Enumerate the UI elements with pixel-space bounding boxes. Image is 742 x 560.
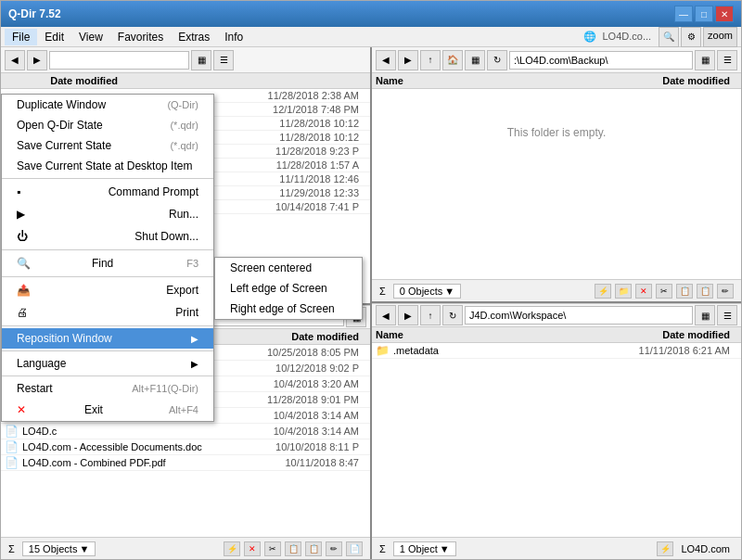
menu-info[interactable]: Info xyxy=(217,29,250,45)
file-row[interactable]: 📄LO4D.com - Combined PDF.pdf10/11/2018 8… xyxy=(1,455,370,471)
nav-forward-rb[interactable]: ▶ xyxy=(398,305,418,325)
address-bar-right-bottom[interactable] xyxy=(465,306,693,325)
rt-btn-1[interactable]: ⚡ xyxy=(595,284,611,299)
cmd-icon: ▪ xyxy=(17,185,32,199)
menu-item-run[interactable]: ▶ Run... xyxy=(2,203,213,225)
find-icon: 🔍 xyxy=(17,256,32,271)
menu-label: Save Current State at Desktop Item xyxy=(17,159,192,172)
status-btn-3[interactable]: ✂ xyxy=(264,541,281,556)
zoom-label: zoom xyxy=(703,27,737,47)
menu-item-exit[interactable]: ✕ Exit Alt+F4 xyxy=(2,399,213,421)
address-bar-left-top[interactable]: m\ xyxy=(49,51,189,70)
menu-item-reposition[interactable]: Reposition Window ▶ xyxy=(2,328,213,349)
menu-item-export[interactable]: 📤 Export xyxy=(2,279,213,301)
window-title: Q-Dir 7.52 xyxy=(8,7,61,20)
right-top-file-list[interactable]: This folder is empty. xyxy=(372,89,741,279)
view-list-rt[interactable]: ▦ xyxy=(695,50,715,70)
menu-favorites[interactable]: Favorites xyxy=(110,29,171,45)
submenu-right-edge[interactable]: Right edge of Screen xyxy=(215,299,362,319)
submenu-screen-center[interactable]: Screen centered xyxy=(215,258,362,278)
minimize-button[interactable]: — xyxy=(674,6,693,22)
view-icon-rt[interactable]: ▦ xyxy=(465,50,485,70)
date-col-rb: Date modified xyxy=(617,329,737,340)
submenu-label: Right edge of Screen xyxy=(230,302,335,315)
run-icon: ▶ xyxy=(17,207,32,222)
nav-back-rt[interactable]: ◀ xyxy=(376,50,396,70)
file-row[interactable]: 📄LO4D.c10/4/2018 3:14 AM xyxy=(1,424,370,439)
view-list-rt2[interactable]: ☰ xyxy=(717,50,737,70)
rt-btn-2[interactable]: 📁 xyxy=(615,284,632,299)
file-row[interactable]: 📄LO4D.com - Accessible Documents.doc10/1… xyxy=(1,439,370,455)
menu-item-save-desktop[interactable]: Save Current State at Desktop Item xyxy=(2,156,213,176)
right-top-status: Σ 0 Objects ▼ ⚡ 📁 ✕ ✂ 📋 📋 xyxy=(372,279,741,301)
empty-folder-message: This folder is empty. xyxy=(372,89,741,176)
address-display: 🌐 LO4D.co... xyxy=(583,31,651,43)
shutdown-icon: ⏻ xyxy=(17,229,32,244)
status-btn-1[interactable]: ⚡ xyxy=(224,541,240,556)
view-list-left[interactable]: ☰ xyxy=(213,50,234,70)
toolbar-icon-1[interactable]: 🔍 xyxy=(659,27,679,47)
rt-btn-6[interactable]: 📋 xyxy=(697,284,713,299)
menu-item-duplicate[interactable]: Duplicate Window (Q-Dir) xyxy=(2,95,213,115)
menu-view[interactable]: View xyxy=(71,29,110,45)
menu-item-cmd[interactable]: ▪ Command Prompt xyxy=(2,181,213,203)
menu-shortcut: (Q-Dir) xyxy=(167,99,198,110)
menu-shortcut: (*.qdr) xyxy=(170,120,198,131)
submenu-arrow-lang: ▶ xyxy=(191,359,198,369)
nav-back-left[interactable]: ◀ xyxy=(5,50,25,70)
objects-count-rt[interactable]: 0 Objects ▼ xyxy=(393,284,461,299)
right-panel: ◀ ▶ ↑ 🏠 ▦ ↻ ▦ ☰ Name Date modified xyxy=(372,47,741,559)
view-icon-left[interactable]: ▦ xyxy=(191,50,211,70)
date-modified-header: Date modified xyxy=(5,75,125,86)
nav-home-rt[interactable]: 🏠 xyxy=(442,50,463,70)
menu-label: Duplicate Window xyxy=(17,98,106,111)
menu-extras[interactable]: Extras xyxy=(171,29,217,45)
menu-item-print[interactable]: 🖨 Print xyxy=(2,301,213,324)
menu-file[interactable]: File xyxy=(5,29,37,45)
date-col-right: Date modified xyxy=(617,75,737,86)
address-bar-right-top[interactable] xyxy=(509,51,693,70)
objects-count-left[interactable]: 15 Objects ▼ xyxy=(22,541,96,556)
status-btn-6[interactable]: ✏ xyxy=(326,541,342,556)
status-btn-5[interactable]: 📋 xyxy=(305,541,322,556)
right-top-toolbar: ◀ ▶ ↑ 🏠 ▦ ↻ ▦ ☰ xyxy=(372,47,741,73)
view-list-rb[interactable]: ☰ xyxy=(717,305,737,325)
rt-btn-7[interactable]: ✏ xyxy=(717,284,734,299)
status-btn-7[interactable]: 📄 xyxy=(346,541,363,556)
refresh-rt[interactable]: ↻ xyxy=(487,50,507,70)
nav-back-rb[interactable]: ◀ xyxy=(376,305,396,325)
menu-edit[interactable]: Edit xyxy=(37,29,71,45)
toolbar-icon-2[interactable]: ⚙ xyxy=(681,27,701,47)
name-col-rb: Name xyxy=(376,329,617,340)
menu-item-save-state[interactable]: Save Current State (*.qdr) xyxy=(2,135,213,156)
rb-btn-1[interactable]: ⚡ xyxy=(657,541,673,556)
rt-btn-3[interactable]: ✕ xyxy=(635,284,652,299)
status-btn-2[interactable]: ✕ xyxy=(244,541,261,556)
menu-shortcut: (*.qdr) xyxy=(170,140,198,151)
menu-item-restart[interactable]: Restart Alt+F11(Q-Dir) xyxy=(2,378,213,399)
nav-forward-rt[interactable]: ▶ xyxy=(398,50,418,70)
view-rb[interactable]: ▦ xyxy=(695,305,715,325)
name-col-right: Name xyxy=(376,75,617,86)
menu-item-open-state[interactable]: Open Q-Dir State (*.qdr) xyxy=(2,115,213,135)
rt-btn-4[interactable]: ✂ xyxy=(656,284,672,299)
file-menu-dropdown: Duplicate Window (Q-Dir) Open Q-Dir Stat… xyxy=(1,94,363,422)
refresh-rb[interactable]: ↻ xyxy=(442,305,463,325)
rt-btn-5[interactable]: 📋 xyxy=(676,284,693,299)
status-btn-4[interactable]: 📋 xyxy=(285,541,301,556)
file-row[interactable]: 📁.metadata11/11/2018 6:21 AM xyxy=(372,343,741,359)
nav-forward-left[interactable]: ▶ xyxy=(27,50,47,70)
menu-item-find[interactable]: 🔍 Find F3 xyxy=(2,252,213,274)
objects-count-rb[interactable]: 1 Object ▼ xyxy=(393,541,456,556)
maximize-button[interactable]: □ xyxy=(695,6,713,22)
submenu-left-edge[interactable]: Left edge of Screen xyxy=(215,278,362,299)
menu-item-language[interactable]: Language ▶ xyxy=(2,353,213,374)
menu-item-shutdown[interactable]: ⏻ Shut Down... xyxy=(2,225,213,248)
nav-up-rt[interactable]: ↑ xyxy=(420,50,441,70)
close-button[interactable]: ✕ xyxy=(715,6,734,22)
main-window: Q-Dir 7.52 — □ ✕ File Edit View Favorite… xyxy=(0,0,742,560)
nav-up-rb[interactable]: ↑ xyxy=(420,305,441,325)
right-bottom-file-list[interactable]: 📁.metadata11/11/2018 6:21 AM xyxy=(372,343,741,537)
menu-shortcut: F3 xyxy=(186,258,198,269)
dropdown-arrow-rt: ▼ xyxy=(444,286,454,297)
